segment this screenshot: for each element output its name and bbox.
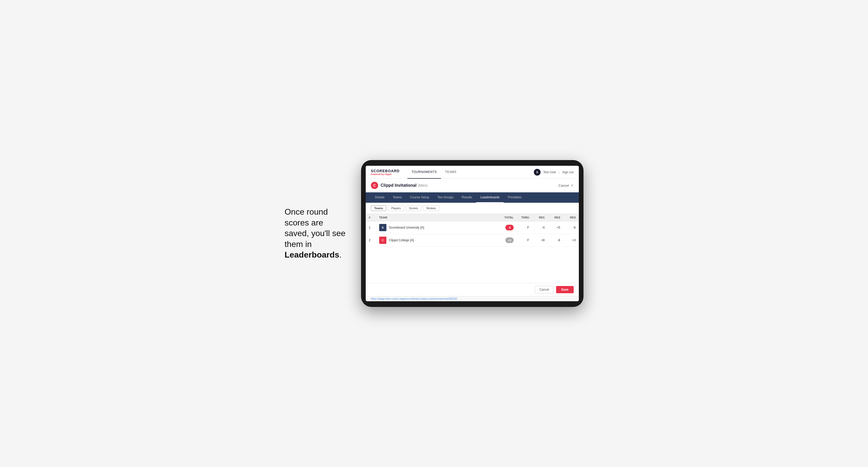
logo-title: SCOREBOARD bbox=[371, 169, 400, 173]
filter-strokes-button[interactable]: Strokes bbox=[423, 205, 439, 211]
tournament-gender: (Men) bbox=[418, 183, 428, 187]
team-cell-1: S Scoreboard University [A] bbox=[376, 221, 496, 234]
team-cell-2: C Clippd College [A] bbox=[376, 234, 496, 247]
rd2-2: -8 bbox=[548, 234, 563, 247]
nav-right: S Test User | Sign out bbox=[534, 169, 574, 176]
table-body: 1 S Scoreboard University [A] -5 F bbox=[366, 221, 579, 247]
status-bar: https://stage-blue-coach.stagesscoreboar… bbox=[366, 296, 579, 301]
col-thru: THRU bbox=[517, 214, 532, 221]
logo-subtitle: Powered by clippd bbox=[371, 173, 400, 176]
save-button[interactable]: Save bbox=[556, 286, 574, 293]
tournament-header: C Clippd Invitational (Men) Cancel ✕ bbox=[366, 179, 579, 192]
team-name-2: Clippd College [A] bbox=[389, 239, 414, 242]
rd3-1: -6 bbox=[563, 221, 579, 234]
cancel-button[interactable]: Cancel bbox=[535, 286, 553, 293]
tab-details[interactable]: Details bbox=[371, 192, 389, 203]
leaderboard-content: # TEAM TOTAL THRU RD1 RD2 RD3 1 bbox=[366, 214, 579, 283]
tab-leaderboards[interactable]: Leaderboards bbox=[476, 192, 503, 203]
close-icon: ✕ bbox=[570, 183, 574, 187]
left-line-3: saved, you'll see bbox=[284, 228, 345, 238]
col-rd3: RD3 bbox=[563, 214, 579, 221]
tournament-cancel-button[interactable]: Cancel ✕ bbox=[558, 183, 574, 187]
thru-2: F bbox=[517, 234, 532, 247]
col-rank: # bbox=[366, 214, 376, 221]
cancel-label: Cancel bbox=[558, 184, 569, 187]
rank-2: 2 bbox=[366, 234, 376, 247]
rd1-2: +8 bbox=[532, 234, 548, 247]
filter-bar: Teams Players Scores Strokes bbox=[366, 203, 579, 214]
left-period: . bbox=[339, 250, 342, 259]
filter-scores-button[interactable]: Scores bbox=[406, 205, 421, 211]
col-rd2: RD2 bbox=[548, 214, 563, 221]
score-badge-2: +3 bbox=[505, 238, 514, 243]
tab-results[interactable]: Results bbox=[458, 192, 476, 203]
col-team: TEAM bbox=[376, 214, 496, 221]
left-description: Once round scores are saved, you'll see … bbox=[284, 207, 345, 260]
tab-course-setup[interactable]: Course Setup bbox=[406, 192, 433, 203]
table-row: 2 C Clippd College [A] +3 F bbox=[366, 234, 579, 247]
tab-teams[interactable]: Teams bbox=[389, 192, 406, 203]
rd1-1: -4 bbox=[532, 221, 548, 234]
team-logo-1: S bbox=[379, 224, 386, 231]
tournament-icon: C bbox=[371, 182, 378, 189]
table-spacer bbox=[366, 247, 579, 283]
left-line-bold: Leaderboards bbox=[284, 250, 339, 259]
tablet-screen: SCOREBOARD Powered by clippd TOURNAMENTS… bbox=[366, 166, 579, 301]
filter-players-button[interactable]: Players bbox=[388, 205, 404, 211]
rank-1: 1 bbox=[366, 221, 376, 234]
logo-area: SCOREBOARD Powered by clippd bbox=[371, 169, 400, 176]
score-badge-1: -5 bbox=[505, 225, 514, 230]
nav-tabs: TOURNAMENTS TEAMS bbox=[407, 166, 534, 179]
status-url: https://stage-blue-coach.stagesscoreboar… bbox=[371, 298, 457, 300]
team-logo-2: C bbox=[379, 237, 386, 244]
team-name-1: Scoreboard University [A] bbox=[389, 226, 424, 229]
leaderboard-table: # TEAM TOTAL THRU RD1 RD2 RD3 1 bbox=[366, 214, 579, 247]
rd2-1: +5 bbox=[548, 221, 563, 234]
tab-printables[interactable]: Printables bbox=[503, 192, 526, 203]
nav-tab-tournaments[interactable]: TOURNAMENTS bbox=[407, 166, 441, 179]
top-nav: SCOREBOARD Powered by clippd TOURNAMENTS… bbox=[366, 166, 579, 179]
footer-bar: Cancel Save bbox=[366, 283, 579, 296]
filter-teams-button[interactable]: Teams bbox=[371, 205, 386, 211]
col-rd1: RD1 bbox=[532, 214, 548, 221]
pipe: | bbox=[559, 170, 560, 174]
user-name: Test User bbox=[543, 170, 556, 174]
rd3-2: +3 bbox=[563, 234, 579, 247]
logo-brand: clippd bbox=[384, 173, 392, 176]
table-header: # TEAM TOTAL THRU RD1 RD2 RD3 bbox=[366, 214, 579, 221]
left-line-1: Once round bbox=[284, 207, 328, 216]
tablet-frame: SCOREBOARD Powered by clippd TOURNAMENTS… bbox=[361, 160, 584, 307]
tournament-name: Clippd Invitational bbox=[381, 183, 417, 188]
tab-tee-groups[interactable]: Tee Groups bbox=[433, 192, 458, 203]
section-tabs: Details Teams Course Setup Tee Groups Re… bbox=[366, 192, 579, 203]
left-line-2: scores are bbox=[284, 218, 323, 227]
sign-out-button[interactable]: Sign out bbox=[562, 170, 574, 174]
table-row: 1 S Scoreboard University [A] -5 F bbox=[366, 221, 579, 234]
left-line-4: them in bbox=[284, 240, 312, 249]
logo-prefix: Powered by bbox=[371, 173, 384, 176]
col-total: TOTAL bbox=[496, 214, 517, 221]
nav-tab-teams[interactable]: TEAMS bbox=[441, 166, 461, 179]
total-2: +3 bbox=[496, 234, 517, 247]
total-1: -5 bbox=[496, 221, 517, 234]
user-avatar: S bbox=[534, 169, 540, 176]
thru-1: F bbox=[517, 221, 532, 234]
